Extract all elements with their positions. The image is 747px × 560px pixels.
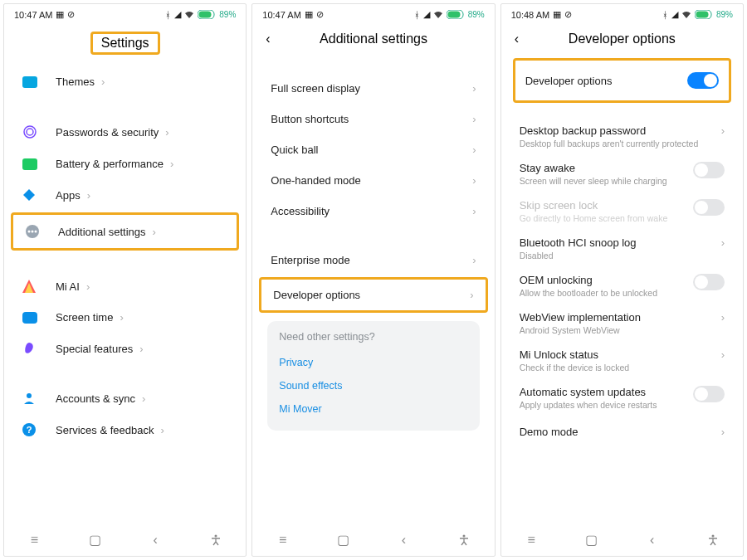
row-apps[interactable]: Apps › xyxy=(11,179,239,211)
status-bar: 10:48 AM ▦ ⊘ ᚼ ◢ 89% xyxy=(501,4,743,23)
chevron-right-icon: › xyxy=(87,189,90,202)
row-label: Mi AI xyxy=(56,280,80,293)
nav-home-icon[interactable]: ▢ xyxy=(335,532,352,548)
row-button-shortcuts[interactable]: Button shortcuts › xyxy=(259,104,487,134)
row-auto-updates[interactable]: Automatic system updates Apply updates w… xyxy=(508,379,736,416)
row-oem-unlock[interactable]: OEM unlocking Allow the bootloader to be… xyxy=(508,267,736,304)
row-sub: Disabled xyxy=(520,251,715,261)
row-label: Automatic system updates xyxy=(520,386,693,398)
stay-awake-toggle[interactable] xyxy=(693,162,725,178)
nav-back-icon[interactable]: ‹ xyxy=(644,533,661,548)
row-onehand[interactable]: One-handed mode › xyxy=(259,165,487,196)
chevron-right-icon: › xyxy=(721,124,725,137)
chevron-right-icon: › xyxy=(86,280,90,293)
row-battery[interactable]: Battery & performance › xyxy=(11,149,239,179)
chevron-right-icon: › xyxy=(101,75,105,88)
row-label: Battery & performance xyxy=(56,158,164,170)
chevron-right-icon: › xyxy=(120,311,123,324)
battery-percent: 89% xyxy=(219,10,236,19)
navigation-bar: ≡ ▢ ‹ xyxy=(501,523,743,556)
other-settings-card: Need other settings? Privacy Sound effec… xyxy=(267,321,479,431)
svg-point-6 xyxy=(32,231,34,233)
additional-list[interactable]: Full screen display › Button shortcuts ›… xyxy=(252,58,494,523)
row-mi-unlock[interactable]: Mi Unlock status Check if the device is … xyxy=(508,342,736,379)
row-backup-password[interactable]: Desktop backup password Desktop full bac… xyxy=(508,118,736,155)
row-demo-mode[interactable]: Demo mode › xyxy=(508,416,736,447)
row-label: Enterprise mode xyxy=(271,254,349,266)
apps-icon xyxy=(22,188,42,202)
row-additional-settings[interactable]: Additional settings › xyxy=(11,212,239,251)
nav-home-icon[interactable]: ▢ xyxy=(583,532,600,548)
back-button[interactable]: ‹ xyxy=(515,32,519,46)
row-accessibility[interactable]: Accessibility › xyxy=(259,196,487,226)
row-screentime[interactable]: Screen time › xyxy=(11,302,239,333)
status-time: 10:48 AM xyxy=(511,10,549,20)
bluetooth-icon: ᚼ xyxy=(165,10,171,20)
row-sub: Screen will never sleep while charging xyxy=(520,176,693,186)
nav-icon: ⊘ xyxy=(564,9,572,20)
chevron-right-icon: › xyxy=(472,174,476,187)
row-quickball[interactable]: Quick ball › xyxy=(259,134,487,165)
row-label: Screen time xyxy=(56,311,113,324)
row-label: Stay awake xyxy=(520,162,693,174)
note-icon: ▦ xyxy=(553,9,561,20)
row-developer-options[interactable]: Developer options › xyxy=(259,277,487,313)
row-special[interactable]: Special features › xyxy=(11,333,239,364)
nav-back-icon[interactable]: ‹ xyxy=(147,533,164,548)
nav-accessibility-icon[interactable] xyxy=(705,534,721,546)
row-themes[interactable]: Themes › xyxy=(11,66,239,97)
row-developer-master[interactable]: Developer options xyxy=(515,61,729,100)
settings-list[interactable]: Themes › Passwords & security › Battery … xyxy=(4,66,246,523)
row-sub: Desktop full backups aren't currently pr… xyxy=(520,139,715,149)
nav-recents-icon[interactable]: ≡ xyxy=(275,533,291,548)
chevron-right-icon: › xyxy=(472,144,476,156)
row-hci-snoop[interactable]: Bluetooth HCI snoop log Disabled › xyxy=(508,230,736,267)
link-privacy[interactable]: Privacy xyxy=(279,351,467,374)
chevron-right-icon: › xyxy=(721,311,725,324)
row-webview[interactable]: WebView implementation Android System We… xyxy=(508,304,736,342)
highlight-developer-toggle: Developer options xyxy=(513,58,731,103)
row-fullscreen[interactable]: Full screen display › xyxy=(259,73,487,104)
nav-accessibility-icon[interactable] xyxy=(456,534,472,546)
titlebar: ‹ Developer options xyxy=(501,23,743,58)
battery-percent: 89% xyxy=(716,10,733,19)
row-sub: Android System WebView xyxy=(520,325,715,335)
row-label: Mi Unlock status xyxy=(520,348,715,361)
svg-point-10 xyxy=(27,393,32,398)
auto-updates-toggle[interactable] xyxy=(693,386,725,402)
battery-perf-icon xyxy=(22,158,42,170)
help-icon: ? xyxy=(22,423,42,436)
fingerprint-icon xyxy=(22,124,42,139)
chevron-right-icon: › xyxy=(721,426,725,438)
row-label: Accounts & sync xyxy=(56,392,135,405)
oem-toggle[interactable] xyxy=(693,274,725,290)
developer-toggle[interactable] xyxy=(687,72,719,89)
link-mimover[interactable]: Mi Mover xyxy=(279,397,467,421)
link-sound[interactable]: Sound effects xyxy=(279,374,467,397)
row-accounts[interactable]: Accounts & sync › xyxy=(11,382,239,414)
miai-icon xyxy=(22,280,42,293)
svg-rect-15 xyxy=(447,12,460,18)
back-button[interactable]: ‹ xyxy=(266,32,270,46)
row-label: OEM unlocking xyxy=(520,274,693,286)
developer-list[interactable]: Developer options Desktop backup passwor… xyxy=(501,58,743,523)
row-enterprise[interactable]: Enterprise mode › xyxy=(259,245,487,275)
row-label: Demo mode xyxy=(520,426,579,438)
nav-back-icon[interactable]: ‹ xyxy=(395,533,412,548)
nav-recents-icon[interactable]: ≡ xyxy=(26,533,42,548)
nav-accessibility-icon[interactable] xyxy=(208,534,224,546)
row-stay-awake[interactable]: Stay awake Screen will never sleep while… xyxy=(508,155,736,192)
svg-point-5 xyxy=(28,231,31,233)
bluetooth-icon: ᚼ xyxy=(662,10,668,20)
svg-text:?: ? xyxy=(27,425,32,435)
svg-point-2 xyxy=(24,126,36,138)
battery-icon xyxy=(695,10,713,19)
row-passwords[interactable]: Passwords & security › xyxy=(11,115,239,149)
svg-point-3 xyxy=(27,129,33,135)
nav-recents-icon[interactable]: ≡ xyxy=(523,533,540,548)
row-miai[interactable]: Mi AI › xyxy=(11,270,239,302)
row-label: One-handed mode xyxy=(271,174,360,187)
nav-home-icon[interactable]: ▢ xyxy=(86,532,103,548)
signal-icon: ◢ xyxy=(174,9,181,20)
row-services[interactable]: ? Services & feedback › xyxy=(11,414,239,446)
